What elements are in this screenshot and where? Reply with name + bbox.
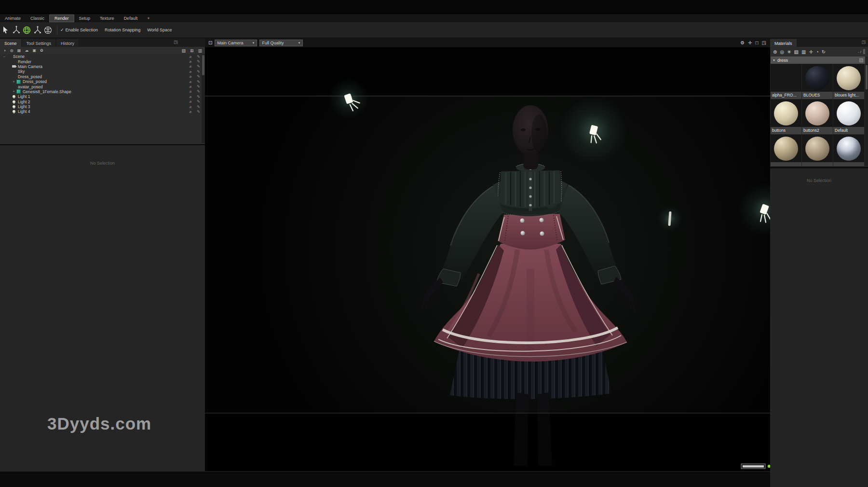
- material-item-buttons2[interactable]: buttons2: [802, 99, 833, 134]
- material-counter-spinner[interactable]: [863, 49, 865, 54]
- edit-icon[interactable]: ✎: [197, 80, 200, 84]
- lock-icon[interactable]: a: [190, 70, 191, 74]
- tree-expander[interactable]: +: [12, 80, 16, 83]
- folder-icon[interactable]: ▧: [794, 49, 799, 55]
- trash-icon[interactable]: ▥: [801, 49, 806, 55]
- tree-row-main-camera[interactable]: Main Cameraa✎: [0, 64, 205, 69]
- tree-row-light-3[interactable]: Light 3a✎: [0, 104, 205, 109]
- viewport-maximize-icon[interactable]: □: [756, 40, 759, 45]
- material-item-unnamed-7[interactable]: [802, 135, 833, 166]
- lock-icon[interactable]: a: [190, 99, 191, 104]
- lock-icon[interactable]: a: [190, 95, 191, 99]
- scene-tree-scrollbar[interactable]: [202, 54, 205, 143]
- world-space-toggle[interactable]: World Space: [147, 28, 172, 32]
- tree-row-light-2[interactable]: Light 2a✎: [0, 99, 205, 104]
- materials-panel-popout-icon[interactable]: ◳: [861, 40, 866, 44]
- tree-row-dress_posed[interactable]: Dress_poseda✎: [0, 74, 205, 79]
- edit-icon[interactable]: ✎: [197, 59, 200, 64]
- mode-tab-render[interactable]: Render: [49, 14, 74, 22]
- sky-filter-icon[interactable]: ☁: [25, 48, 28, 53]
- edit-icon[interactable]: ✎: [197, 74, 200, 79]
- viewport-popout-icon[interactable]: ◳: [762, 40, 766, 45]
- add-folder-icon[interactable]: ▧: [181, 48, 186, 53]
- quality-select[interactable]: Full Quality ▼: [259, 40, 303, 46]
- scene-panel-popout-icon[interactable]: ◳: [174, 40, 178, 44]
- material-item-unnamed-8[interactable]: [833, 135, 864, 166]
- camera-select[interactable]: Main Camera ▼: [215, 40, 257, 46]
- lock-icon[interactable]: a: [190, 80, 191, 84]
- mode-tab-texture[interactable]: Texture: [95, 14, 119, 22]
- lock-icon[interactable]: a: [190, 89, 191, 94]
- tree-row-genesis8_1female-shape[interactable]: +Genesis8_1Female.Shapea✎: [0, 89, 205, 94]
- select-tool-button[interactable]: [0, 24, 11, 36]
- edit-icon[interactable]: ✎: [197, 70, 200, 74]
- rotate-tool-button[interactable]: [22, 24, 32, 36]
- light-filter-icon[interactable]: ◍: [10, 48, 14, 53]
- universal-gizmo-tool-button[interactable]: [43, 24, 53, 36]
- lock-icon[interactable]: a: [190, 84, 191, 89]
- edit-icon[interactable]: ✎: [197, 64, 200, 69]
- edit-icon[interactable]: ✎: [197, 84, 200, 89]
- tab-scene[interactable]: Scene: [0, 39, 21, 47]
- duplicate-material-icon[interactable]: ◎: [780, 49, 784, 55]
- lock-icon[interactable]: a: [190, 110, 191, 114]
- mode-tab-classic[interactable]: Classic: [26, 14, 49, 22]
- edit-icon[interactable]: ✎: [197, 89, 200, 94]
- edit-icon[interactable]: ✎: [197, 95, 200, 99]
- group-checkbox[interactable]: [859, 58, 863, 62]
- tree-row-dress_posed[interactable]: +Dress_poseda✎: [0, 79, 205, 84]
- refresh-icon[interactable]: ↻: [822, 49, 826, 55]
- material-filter-icon[interactable]: ✿: [40, 48, 43, 53]
- edit-icon[interactable]: ✎: [197, 110, 200, 114]
- tree-row-light-1[interactable]: Light 1a✎: [0, 94, 205, 99]
- add-material-icon[interactable]: ⊕: [773, 49, 777, 55]
- material-label: Default: [833, 127, 864, 134]
- viewport-pan-icon[interactable]: ✛: [748, 40, 752, 45]
- edit-icon[interactable]: ✎: [197, 55, 200, 59]
- lock-icon[interactable]: a: [190, 64, 191, 69]
- material-group-header-dress[interactable]: ▼ dress: [771, 56, 865, 64]
- mesh-filter-icon[interactable]: ◗: [4, 48, 6, 53]
- scale-tool-button[interactable]: [32, 24, 42, 36]
- tree-expander[interactable]: −: [2, 55, 6, 58]
- rotation-snapping-toggle[interactable]: Rotation Snapping: [105, 28, 140, 32]
- viewport-settings-gear-icon[interactable]: ⚙: [740, 40, 745, 45]
- mode-tab-default[interactable]: Default: [119, 14, 143, 22]
- edit-icon[interactable]: ✎: [197, 99, 200, 104]
- delete-unused-icon[interactable]: ✳: [787, 49, 791, 55]
- tree-row-scene[interactable]: −Scenea✎: [0, 54, 205, 59]
- history-icon[interactable]: ◔: [816, 49, 819, 55]
- tree-row-sky[interactable]: Skya✎: [0, 69, 205, 74]
- tree-row-avatar_posed[interactable]: avatar_poseda✎: [0, 84, 205, 89]
- duplicate-icon[interactable]: ⊞: [190, 48, 194, 53]
- tree-row-light-4[interactable]: Light 4a✎: [0, 109, 205, 114]
- delete-icon[interactable]: ▥: [198, 48, 202, 53]
- move-tool-button[interactable]: [11, 24, 21, 36]
- mode-tab-setup[interactable]: Setup: [74, 14, 95, 22]
- enable-selection-toggle[interactable]: ✓ Enable Selection: [60, 28, 98, 32]
- tab-tool-settings[interactable]: Tool Settings: [22, 39, 56, 47]
- tab-materials[interactable]: Materials: [770, 39, 797, 47]
- camera-filter-icon[interactable]: ▦: [17, 48, 21, 53]
- material-item-bloues[interactable]: BLOUES: [802, 64, 833, 99]
- tree-expander[interactable]: +: [12, 90, 16, 93]
- lock-icon[interactable]: a: [190, 59, 191, 64]
- mode-tab-animate[interactable]: Animate: [0, 14, 26, 22]
- tab-history[interactable]: History: [56, 39, 79, 47]
- lock-icon[interactable]: a: [190, 74, 191, 79]
- materials-scrollbar[interactable]: [865, 64, 868, 166]
- viewport-canvas[interactable]: [205, 47, 770, 471]
- lock-icon[interactable]: a: [190, 105, 191, 109]
- material-item-default[interactable]: Default: [833, 99, 864, 134]
- prop-filter-icon[interactable]: ▣: [32, 48, 36, 53]
- material-item-alpha_fro---[interactable]: alpha_FRO...: [771, 64, 801, 99]
- pick-material-icon[interactable]: ✛: [809, 49, 813, 55]
- material-item-buttons[interactable]: buttons: [771, 99, 801, 134]
- mode-tab-[interactable]: +: [142, 14, 154, 22]
- lock-icon[interactable]: a: [190, 55, 191, 59]
- scene-header-icons: ▧⊞▥: [181, 48, 202, 53]
- tree-row-render[interactable]: Rendera✎: [0, 59, 205, 64]
- edit-icon[interactable]: ✎: [197, 105, 200, 109]
- material-item-bloues-light---[interactable]: bloues light...: [833, 64, 864, 99]
- material-item-unnamed-6[interactable]: [771, 135, 801, 166]
